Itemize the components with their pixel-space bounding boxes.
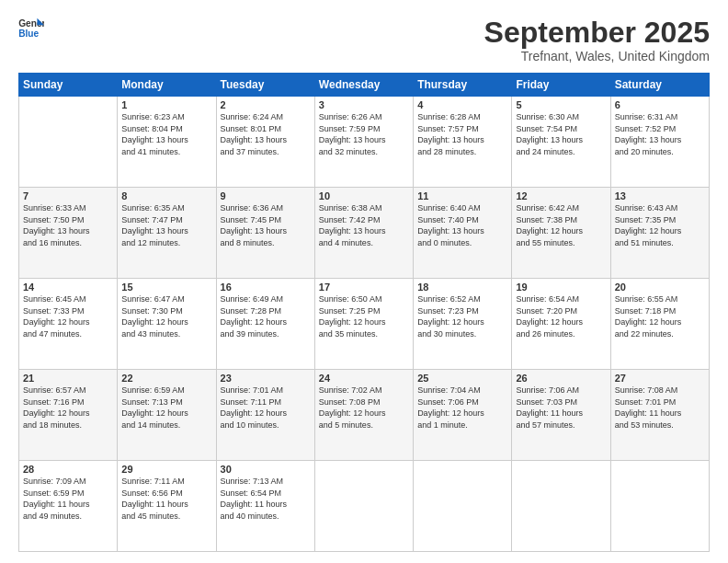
day-detail: Sunrise: 6:24 AMSunset: 8:01 PMDaylight:… [221,111,311,157]
day-cell [19,97,118,188]
day-cell [610,461,709,552]
day-number: 5 [516,99,606,110]
col-thursday: Thursday [414,74,512,97]
col-friday: Friday [512,74,610,97]
day-number: 6 [615,99,705,110]
day-detail: Sunrise: 6:57 AMSunset: 7:16 PMDaylight:… [23,385,113,431]
day-number: 12 [516,190,606,201]
day-cell: 14Sunrise: 6:45 AMSunset: 7:33 PMDayligh… [19,279,118,370]
day-number: 21 [23,373,113,384]
day-detail: Sunrise: 6:55 AMSunset: 7:18 PMDaylight:… [615,293,705,339]
day-detail: Sunrise: 6:36 AMSunset: 7:45 PMDaylight:… [221,202,311,248]
day-detail: Sunrise: 6:45 AMSunset: 7:33 PMDaylight:… [23,293,113,339]
day-number: 9 [221,190,311,201]
day-cell: 5Sunrise: 6:30 AMSunset: 7:54 PMDaylight… [512,97,610,188]
day-detail: Sunrise: 6:42 AMSunset: 7:38 PMDaylight:… [516,202,606,248]
day-detail: Sunrise: 7:09 AMSunset: 6:59 PMDaylight:… [23,476,113,522]
header-row: Sunday Monday Tuesday Wednesday Thursday… [19,74,710,97]
header: General Blue September 2025 Trefnant, Wa… [18,17,710,63]
col-wednesday: Wednesday [314,74,413,97]
day-detail: Sunrise: 6:30 AMSunset: 7:54 PMDaylight:… [516,111,606,157]
col-saturday: Saturday [610,74,709,97]
day-cell: 13Sunrise: 6:43 AMSunset: 7:35 PMDayligh… [610,188,709,279]
day-cell: 10Sunrise: 6:38 AMSunset: 7:42 PMDayligh… [314,188,413,279]
day-detail: Sunrise: 7:11 AMSunset: 6:56 PMDaylight:… [121,476,211,522]
day-detail: Sunrise: 7:06 AMSunset: 7:03 PMDaylight:… [516,385,606,431]
day-detail: Sunrise: 6:35 AMSunset: 7:47 PMDaylight:… [121,202,211,248]
day-detail: Sunrise: 6:59 AMSunset: 7:13 PMDaylight:… [121,385,211,431]
day-number: 7 [23,190,113,201]
col-sunday: Sunday [19,74,118,97]
day-number: 19 [516,282,606,293]
col-monday: Monday [118,74,216,97]
day-number: 23 [221,373,311,384]
day-detail: Sunrise: 6:26 AMSunset: 7:59 PMDaylight:… [319,111,409,157]
day-detail: Sunrise: 7:13 AMSunset: 6:54 PMDaylight:… [221,476,311,522]
day-detail: Sunrise: 6:28 AMSunset: 7:57 PMDaylight:… [417,111,507,157]
day-number: 24 [319,373,409,384]
day-number: 29 [121,464,211,475]
week-row-4: 21Sunrise: 6:57 AMSunset: 7:16 PMDayligh… [19,370,710,461]
day-number: 11 [417,190,507,201]
day-detail: Sunrise: 6:52 AMSunset: 7:23 PMDaylight:… [417,293,507,339]
day-cell: 30Sunrise: 7:13 AMSunset: 6:54 PMDayligh… [216,461,314,552]
day-cell: 28Sunrise: 7:09 AMSunset: 6:59 PMDayligh… [19,461,118,552]
day-cell: 12Sunrise: 6:42 AMSunset: 7:38 PMDayligh… [512,188,610,279]
logo: General Blue [18,17,44,39]
day-number: 8 [121,190,211,201]
svg-text:Blue: Blue [18,29,39,39]
week-row-3: 14Sunrise: 6:45 AMSunset: 7:33 PMDayligh… [19,279,710,370]
day-cell: 15Sunrise: 6:47 AMSunset: 7:30 PMDayligh… [118,279,216,370]
day-cell: 17Sunrise: 6:50 AMSunset: 7:25 PMDayligh… [314,279,413,370]
day-cell: 20Sunrise: 6:55 AMSunset: 7:18 PMDayligh… [610,279,709,370]
day-cell: 24Sunrise: 7:02 AMSunset: 7:08 PMDayligh… [314,370,413,461]
day-cell: 7Sunrise: 6:33 AMSunset: 7:50 PMDaylight… [19,188,118,279]
title-block: September 2025 Trefnant, Wales, United K… [484,17,710,63]
week-row-2: 7Sunrise: 6:33 AMSunset: 7:50 PMDaylight… [19,188,710,279]
day-cell: 27Sunrise: 7:08 AMSunset: 7:01 PMDayligh… [610,370,709,461]
day-cell: 26Sunrise: 7:06 AMSunset: 7:03 PMDayligh… [512,370,610,461]
day-number: 16 [221,282,311,293]
logo-icon: General Blue [18,17,44,39]
day-detail: Sunrise: 6:40 AMSunset: 7:40 PMDaylight:… [417,202,507,248]
day-cell: 9Sunrise: 6:36 AMSunset: 7:45 PMDaylight… [216,188,314,279]
day-detail: Sunrise: 7:04 AMSunset: 7:06 PMDaylight:… [417,385,507,431]
day-cell: 11Sunrise: 6:40 AMSunset: 7:40 PMDayligh… [414,188,512,279]
day-detail: Sunrise: 7:08 AMSunset: 7:01 PMDaylight:… [615,385,705,431]
day-number: 15 [121,282,211,293]
calendar-title: September 2025 [484,17,710,49]
day-cell [414,461,512,552]
day-number: 18 [417,282,507,293]
day-detail: Sunrise: 6:38 AMSunset: 7:42 PMDaylight:… [319,202,409,248]
day-number: 28 [23,464,113,475]
day-number: 10 [319,190,409,201]
day-cell: 25Sunrise: 7:04 AMSunset: 7:06 PMDayligh… [414,370,512,461]
day-detail: Sunrise: 7:01 AMSunset: 7:11 PMDaylight:… [221,385,311,431]
day-detail: Sunrise: 6:31 AMSunset: 7:52 PMDaylight:… [615,111,705,157]
day-detail: Sunrise: 6:47 AMSunset: 7:30 PMDaylight:… [121,293,211,339]
col-tuesday: Tuesday [216,74,314,97]
day-number: 13 [615,190,705,201]
day-cell: 1Sunrise: 6:23 AMSunset: 8:04 PMDaylight… [118,97,216,188]
day-number: 14 [23,282,113,293]
day-number: 27 [615,373,705,384]
day-cell: 21Sunrise: 6:57 AMSunset: 7:16 PMDayligh… [19,370,118,461]
day-number: 3 [319,99,409,110]
day-cell [314,461,413,552]
day-detail: Sunrise: 7:02 AMSunset: 7:08 PMDaylight:… [319,385,409,431]
day-detail: Sunrise: 6:54 AMSunset: 7:20 PMDaylight:… [516,293,606,339]
page: General Blue September 2025 Trefnant, Wa… [0,0,728,563]
day-cell: 8Sunrise: 6:35 AMSunset: 7:47 PMDaylight… [118,188,216,279]
day-cell: 16Sunrise: 6:49 AMSunset: 7:28 PMDayligh… [216,279,314,370]
day-number: 17 [319,282,409,293]
day-cell [512,461,610,552]
week-row-5: 28Sunrise: 7:09 AMSunset: 6:59 PMDayligh… [19,461,710,552]
day-cell: 19Sunrise: 6:54 AMSunset: 7:20 PMDayligh… [512,279,610,370]
day-cell: 2Sunrise: 6:24 AMSunset: 8:01 PMDaylight… [216,97,314,188]
day-number: 2 [221,99,311,110]
day-cell: 4Sunrise: 6:28 AMSunset: 7:57 PMDaylight… [414,97,512,188]
day-number: 25 [417,373,507,384]
calendar-table: Sunday Monday Tuesday Wednesday Thursday… [18,73,710,552]
day-cell: 23Sunrise: 7:01 AMSunset: 7:11 PMDayligh… [216,370,314,461]
day-number: 26 [516,373,606,384]
